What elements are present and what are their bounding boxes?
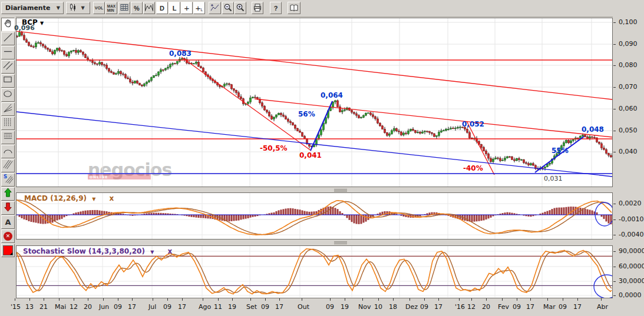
- price-annotation[interactable]: 0,031: [544, 175, 563, 182]
- percent-annotation[interactable]: -50,5%: [260, 144, 288, 152]
- splitter-grip[interactable]: [334, 241, 347, 244]
- axis-tick: [471, 298, 472, 301]
- axis-tick: [203, 298, 203, 301]
- trendline-tool[interactable]: [1, 32, 15, 45]
- arc-tool[interactable]: [1, 145, 15, 158]
- crosshair-button[interactable]: +: [181, 2, 193, 14]
- axis-tick: [362, 298, 363, 301]
- vertical-lines-icon: [2, 117, 14, 130]
- daily-mode-button[interactable]: D: [156, 2, 168, 14]
- price-axis[interactable]: 0,1000,0900,0800,0700,0600,0500,0400,002…: [613, 16, 644, 316]
- splitter-grip[interactable]: [334, 188, 347, 192]
- x-axis-label: Mar: [543, 303, 556, 311]
- y-axis-label: -0,0010: [619, 215, 643, 223]
- maxmin-button[interactable]: MAXMIN: [105, 2, 117, 14]
- print-button[interactable]: [252, 2, 263, 14]
- axis-tick: [613, 65, 616, 66]
- macd-close-button[interactable]: x: [110, 194, 114, 202]
- x-axis-label: 09: [114, 303, 122, 311]
- axis-tick: [459, 298, 460, 301]
- price-annotation[interactable]: 0,052: [462, 120, 484, 128]
- x-axis-label: Mai: [55, 303, 66, 311]
- line-mode-button[interactable]: L: [169, 2, 180, 14]
- zoom-out-button[interactable]: [222, 2, 234, 14]
- chevron-down-icon[interactable]: ▼: [89, 197, 98, 202]
- axis-tick: [250, 298, 251, 301]
- indicators-button[interactable]: [143, 2, 155, 14]
- axis-tick: [302, 298, 302, 301]
- stochastic-close-button[interactable]: x: [167, 247, 172, 255]
- zoom-in-icon: [236, 3, 245, 14]
- y-axis-label: 0,040: [619, 148, 638, 155]
- y-axis-label: 0,070: [619, 83, 638, 91]
- fibonacci-retracement-tool[interactable]: [1, 131, 15, 144]
- crosshair-tracking-button[interactable]: +L: [193, 2, 205, 14]
- grid-toggle-button[interactable]: [118, 2, 130, 14]
- axis-tick: [74, 298, 74, 301]
- sell-arrow-tool[interactable]: [1, 201, 15, 215]
- speed-lines-tool[interactable]: [1, 159, 15, 172]
- x-axis-label: Fev: [498, 303, 509, 311]
- peaks-chart-icon: [144, 3, 154, 14]
- fibonacci-time-zones-tool[interactable]: [1, 117, 15, 130]
- x-axis-label: 09: [163, 303, 171, 311]
- buy-arrow-tool[interactable]: [1, 187, 15, 201]
- book-icon: [289, 3, 299, 14]
- candlestick-canvas[interactable]: [16, 18, 612, 187]
- price-annotation[interactable]: 0,064: [321, 91, 343, 99]
- percent-annotation[interactable]: -40%: [463, 164, 483, 172]
- parallel-lines-tool[interactable]: [1, 60, 15, 74]
- axis-tick: [613, 204, 616, 204]
- speed-resistance-tool[interactable]: S: [1, 173, 15, 187]
- candlestick-series: [16, 31, 612, 171]
- axis-tick: [182, 298, 183, 301]
- manual-button[interactable]: [288, 2, 300, 14]
- rectangle-tool[interactable]: [1, 74, 15, 88]
- delete-object-tool[interactable]: ✕: [1, 229, 15, 243]
- percent-scale-button[interactable]: %: [131, 2, 143, 14]
- price-annotation[interactable]: 0,083: [169, 49, 191, 58]
- y-axis-label: 90,0000: [619, 247, 644, 255]
- color-picker-tool[interactable]: [1, 244, 15, 257]
- x-axis-label: Ago: [199, 303, 211, 311]
- price-annotation[interactable]: 0,048: [582, 125, 604, 134]
- pan-hand-tool[interactable]: [1, 18, 15, 31]
- x-axis-label: 17: [178, 303, 186, 311]
- text-tool[interactable]: A: [1, 215, 15, 229]
- timeframe-select[interactable]: Diariamente ▼: [1, 2, 64, 14]
- x-axis-label: Nov: [358, 303, 371, 311]
- horizontal-line-tool[interactable]: [1, 46, 15, 59]
- price-annotation[interactable]: 0,041: [299, 151, 322, 159]
- top-toolbar: Diariamente ▼ ▼ VOL MAXMIN % D L + +L: [0, 0, 644, 17]
- help-button[interactable]: ?: [270, 2, 282, 14]
- price-annotation[interactable]: 0,096: [14, 24, 35, 32]
- fan-lines-tool[interactable]: [1, 102, 15, 116]
- x-axis-label: 17: [526, 303, 534, 311]
- zoom-in-button[interactable]: [235, 2, 246, 14]
- macd-panel[interactable]: MACD (12,26,9) ▼ x: [16, 192, 613, 240]
- axis-tick: [613, 235, 616, 235]
- add-study-button[interactable]: [209, 2, 221, 14]
- chart-type-select[interactable]: ▼: [66, 2, 90, 14]
- axis-tick: [218, 298, 219, 301]
- price-chart-panel[interactable]: negocios ONLINE: [16, 18, 613, 187]
- timeframe-value: Diariamente: [2, 4, 54, 12]
- time-axis[interactable]: '151321Mai1220Jun0917Jul0917Ago1119Set09…: [16, 298, 613, 316]
- parallel-lines-icon: [2, 60, 14, 74]
- percent-annotation[interactable]: 56%: [298, 110, 315, 118]
- volume-button[interactable]: VOL: [93, 2, 105, 14]
- axis-tick: [393, 298, 394, 301]
- axis-tick: [103, 298, 104, 301]
- x-axis-label: 20: [482, 303, 490, 311]
- x-axis-label: 17: [275, 303, 283, 311]
- drawing-tools-palette: S A ✕: [0, 16, 16, 316]
- x-axis-label: 21: [39, 303, 48, 311]
- ellipse-tool[interactable]: [1, 88, 15, 102]
- y-axis-label: -0,0040: [619, 231, 643, 238]
- axis-tick: [378, 298, 379, 301]
- chevron-down-icon[interactable]: ▼: [147, 250, 157, 255]
- percent-annotation[interactable]: 55%: [551, 147, 569, 155]
- stochastic-panel[interactable]: Stochastic Slow (14,3,3,80,20) ▼ x: [16, 245, 613, 298]
- printer-icon: [253, 3, 262, 14]
- axis-tick: [577, 298, 578, 301]
